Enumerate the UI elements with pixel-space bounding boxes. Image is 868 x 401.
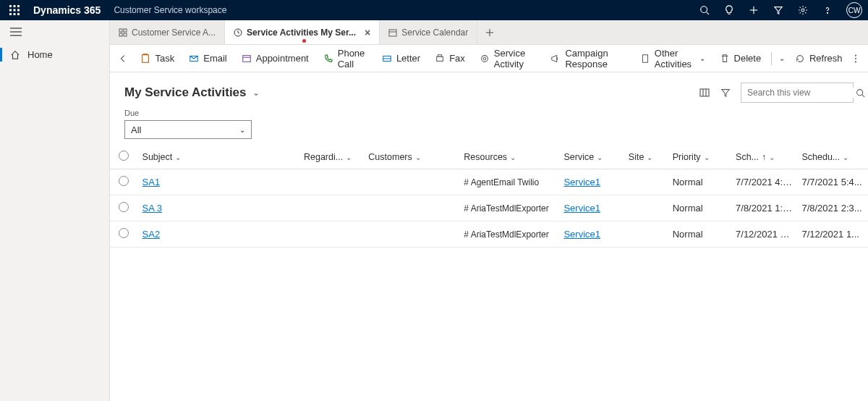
nav-toggle-icon[interactable] xyxy=(0,20,109,43)
cmd-service-activity[interactable]: Service Activity xyxy=(472,45,544,72)
more-commands-button[interactable] xyxy=(849,54,862,64)
cmd-campaign-response[interactable]: Campaign Response xyxy=(543,45,632,72)
row-select[interactable] xyxy=(110,221,138,248)
close-icon[interactable]: × xyxy=(365,27,370,38)
table-row[interactable]: SA 3# AriaTestMdlExporterService1Normal7… xyxy=(110,195,868,221)
cell-sched-end: 7/8/2021 2:3... xyxy=(797,195,868,221)
table-row[interactable]: SA1# AgentEmail TwilioService1Normal7/7/… xyxy=(110,169,868,195)
service-icon xyxy=(480,54,490,64)
svg-rect-22 xyxy=(124,33,127,36)
cell-site xyxy=(624,169,668,195)
svg-rect-4 xyxy=(14,9,16,12)
service-link[interactable]: Service1 xyxy=(563,203,600,214)
app-launcher-icon[interactable] xyxy=(6,1,23,19)
cmd-label: Task xyxy=(155,53,174,64)
lightbulb-icon[interactable] xyxy=(723,4,735,16)
cmd-other-activities[interactable]: Other Activities⌄ xyxy=(633,45,712,72)
dashboard-icon xyxy=(119,28,127,37)
radio-icon xyxy=(119,151,129,161)
table-header-row: Subject⌄ Regardi...⌄ Customers⌄ Resource… xyxy=(110,145,868,169)
search-icon[interactable] xyxy=(856,88,865,98)
tab-service-calendar[interactable]: Service Calendar xyxy=(380,20,477,44)
col-header-sched-start[interactable]: Sch...↑⌄ xyxy=(731,145,797,169)
cell-sched-start: 7/12/2021 1... xyxy=(731,221,797,248)
svg-rect-6 xyxy=(9,13,12,15)
radio-icon xyxy=(119,202,129,212)
brand-label[interactable]: Dynamics 365 xyxy=(33,4,101,16)
tab-customer-service[interactable]: Customer Service A... xyxy=(110,20,225,44)
cell-resources: # AgentEmail Twilio xyxy=(459,169,559,195)
cmd-letter[interactable]: Letter xyxy=(375,45,427,72)
chevron-down-icon[interactable]: ⌄ xyxy=(252,88,260,98)
svg-point-39 xyxy=(855,54,856,56)
cell-priority: Normal xyxy=(668,169,731,195)
col-label: Service xyxy=(563,152,594,162)
cell-resources: # AriaTestMdlExporter xyxy=(459,195,559,221)
cell-resources: # AriaTestMdlExporter xyxy=(459,221,559,248)
calendar-icon xyxy=(388,28,397,37)
nav-home[interactable]: Home xyxy=(0,43,109,66)
cmd-fax[interactable]: Fax xyxy=(427,45,472,72)
subject-link[interactable]: SA1 xyxy=(142,177,161,187)
cmd-appointment[interactable]: Appointment xyxy=(234,45,316,72)
filter-due-value: All xyxy=(131,124,141,135)
col-header-subject[interactable]: Subject⌄ xyxy=(138,145,299,169)
svg-rect-20 xyxy=(124,29,127,32)
plus-icon[interactable] xyxy=(748,4,760,16)
col-header-service[interactable]: Service⌄ xyxy=(559,145,624,169)
tab-label: Service Activities My Ser... xyxy=(247,28,356,38)
gear-icon[interactable] xyxy=(797,4,809,16)
add-tab-button[interactable] xyxy=(477,20,502,44)
cmd-phone-call[interactable]: Phone Call xyxy=(316,45,375,72)
service-link[interactable]: Service1 xyxy=(563,177,600,187)
filter-due-select[interactable]: All ⌄ xyxy=(124,120,252,139)
workspace-label: Customer Service workspace xyxy=(114,5,226,15)
search-input[interactable] xyxy=(747,88,856,98)
col-header-site[interactable]: Site⌄ xyxy=(624,145,668,169)
cmd-delete[interactable]: Delete xyxy=(712,45,769,72)
cmd-delete-dropdown[interactable]: ⌄ xyxy=(775,45,788,72)
tab-service-activities[interactable]: Service Activities My Ser... × xyxy=(225,20,380,44)
site-nav: Home xyxy=(0,20,110,401)
megaphone-icon xyxy=(550,54,561,64)
svg-rect-1 xyxy=(14,5,16,7)
edit-columns-icon[interactable] xyxy=(699,87,710,98)
subject-link[interactable]: SA2 xyxy=(142,229,161,240)
row-select[interactable] xyxy=(110,195,138,221)
search-icon[interactable] xyxy=(699,4,710,16)
unsaved-dot-icon xyxy=(302,39,306,43)
nav-home-label: Home xyxy=(27,49,53,60)
svg-rect-28 xyxy=(142,54,149,62)
col-label: Regardi... xyxy=(304,152,343,162)
phone-icon xyxy=(323,54,333,64)
col-header-resources[interactable]: Resources⌄ xyxy=(459,145,559,169)
svg-point-14 xyxy=(801,9,804,12)
back-button[interactable] xyxy=(116,48,130,69)
avatar[interactable]: CW xyxy=(846,2,862,18)
cmd-refresh[interactable]: Refresh xyxy=(788,45,850,72)
col-header-select[interactable] xyxy=(110,145,138,169)
svg-rect-19 xyxy=(119,29,122,32)
filter-icon[interactable] xyxy=(773,4,784,16)
table-row[interactable]: SA2# AriaTestMdlExporterService1Normal7/… xyxy=(110,221,868,248)
svg-point-41 xyxy=(855,61,856,62)
cmd-label: Service Activity xyxy=(494,48,537,69)
help-icon[interactable] xyxy=(822,4,833,16)
svg-point-36 xyxy=(481,55,488,62)
col-header-customers[interactable]: Customers⌄ xyxy=(364,145,459,169)
row-select[interactable] xyxy=(110,169,138,195)
col-header-priority[interactable]: Priority⌄ xyxy=(668,145,731,169)
subject-link[interactable]: SA 3 xyxy=(142,203,162,214)
service-link[interactable]: Service1 xyxy=(563,229,600,240)
cmd-email[interactable]: Email xyxy=(182,45,234,72)
command-bar: Task Email Appointment Phone Call Letter… xyxy=(110,45,868,72)
search-this-view[interactable] xyxy=(741,83,854,103)
cmd-label: Email xyxy=(203,53,227,64)
cmd-task[interactable]: Task xyxy=(133,45,182,72)
col-header-sched-end[interactable]: Schedu...⌄ xyxy=(797,145,868,169)
view-title[interactable]: My Service Activities xyxy=(124,85,247,100)
chevron-down-icon: ⌄ xyxy=(597,153,603,161)
col-label: Customers xyxy=(368,152,412,162)
col-header-regarding[interactable]: Regardi...⌄ xyxy=(299,145,364,169)
filter-icon[interactable] xyxy=(720,88,731,98)
